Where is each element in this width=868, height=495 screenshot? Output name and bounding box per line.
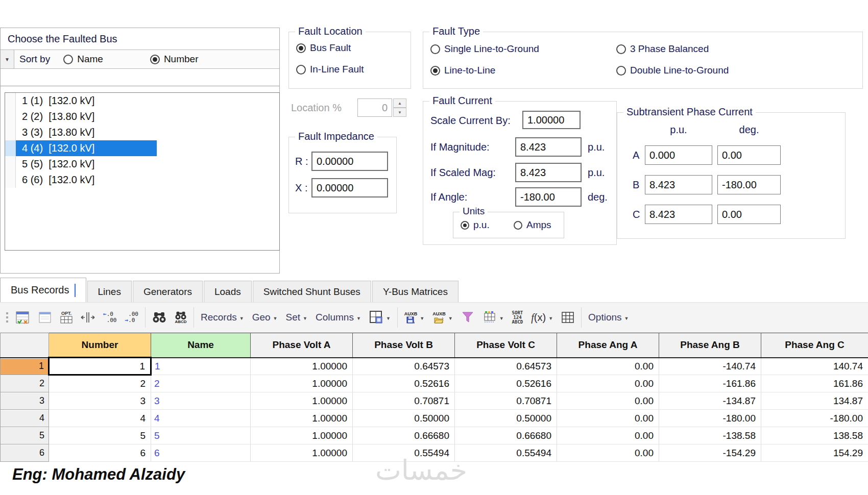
grid-cell[interactable]: 0.64573 [455, 358, 557, 375]
decrease-decimals-button[interactable]: .00 →.0 [121, 306, 143, 329]
sort-dropdown-button[interactable]: ▼ [1, 50, 14, 68]
grid-cell-name[interactable]: 1 [151, 358, 251, 375]
bus-list[interactable]: 1 (1) [132.0 kV] 2 (2) [13.80 kV] 3 (3) … [5, 92, 280, 251]
bus-filter-input[interactable] [1, 69, 279, 86]
grid-cell[interactable]: 1.00000 [251, 358, 353, 375]
if-scaled-mag-input[interactable] [515, 163, 582, 182]
grid-cell-number[interactable]: 3 [49, 392, 151, 410]
tab-lines[interactable]: Lines [87, 281, 132, 302]
bus-list-item[interactable]: 2 (2) [13.80 kV] [5, 109, 279, 125]
grid-cell-name[interactable]: 6 [151, 444, 251, 462]
three-phase-balanced-radio[interactable]: 3 Phase Balanced [616, 43, 709, 55]
columns-menu[interactable]: Columns ▼ [311, 306, 365, 329]
grid-cell[interactable]: 161.86 [761, 375, 868, 392]
grid-cell[interactable]: 0.66680 [353, 427, 455, 444]
grid-cell[interactable]: -134.87 [659, 392, 761, 410]
show-dialog-button[interactable] [34, 306, 56, 329]
row-header[interactable]: 6 [1, 444, 49, 462]
grid-cell[interactable]: 1.00000 [251, 444, 353, 462]
advanced-filter-menu[interactable]: ▼ [478, 306, 508, 329]
grid-cell-name[interactable]: 2 [151, 375, 251, 392]
spinner-up-icon[interactable]: ▲ [393, 98, 406, 108]
grid-cell[interactable]: 1.00000 [251, 427, 353, 444]
save-aux-menu[interactable]: AUXB ▼ [400, 306, 428, 329]
double-line-to-ground-radio[interactable]: Double Line-to-Ground [616, 65, 729, 76]
bus-fault-radio[interactable]: Bus Fault [296, 42, 351, 54]
phase-a-pu-input[interactable] [645, 145, 712, 165]
grid-cell[interactable]: 134.87 [761, 392, 868, 410]
units-pu-radio[interactable]: p.u. [461, 219, 490, 231]
set-menu[interactable]: Set ▼ [282, 306, 311, 329]
grid-cell[interactable]: 154.29 [761, 444, 868, 462]
tab-y-bus-matrices[interactable]: Y-Bus Matrices [372, 281, 459, 302]
phase-c-pu-input[interactable] [645, 205, 712, 224]
grid-header-phase-volt-b[interactable]: Phase Volt B [353, 333, 455, 358]
grid-cell[interactable]: 0.66680 [455, 427, 557, 444]
grid-cell[interactable]: -140.74 [659, 358, 761, 375]
grid-cell[interactable]: -161.86 [659, 375, 761, 392]
bus-list-item[interactable]: 3 (3) [13.80 kV] [5, 125, 279, 140]
grid-cell[interactable]: 0.00 [557, 375, 659, 392]
record-details-button[interactable] [11, 306, 34, 329]
grid-cell-number[interactable]: 5 [49, 427, 151, 444]
units-amps-radio[interactable]: Amps [514, 219, 551, 231]
grid-cell-name[interactable]: 3 [151, 392, 251, 410]
grid-view-button[interactable] [557, 306, 578, 329]
row-header[interactable]: 1 [1, 358, 49, 375]
filter-button[interactable] [457, 306, 478, 329]
location-percent-spinner[interactable]: ▲ ▼ [393, 98, 406, 117]
tab-generators[interactable]: Generators [133, 281, 203, 302]
phase-a-deg-input[interactable] [717, 145, 781, 165]
row-header[interactable]: 2 [1, 375, 49, 392]
bus-list-item[interactable]: 6 (6) [132.0 kV] [5, 172, 279, 188]
sort-button[interactable]: SORT 124 ABCD [508, 306, 527, 329]
grid-header-phase-ang-a[interactable]: Phase Ang A [557, 333, 659, 358]
x-input[interactable] [311, 178, 388, 197]
sort-name-radio[interactable]: Name [63, 54, 103, 65]
grid-cell[interactable]: -154.29 [659, 444, 761, 462]
row-header[interactable]: 4 [1, 410, 49, 427]
grid-cell[interactable]: 1.00000 [251, 392, 353, 410]
grid-cell[interactable]: 0.00 [557, 444, 659, 462]
tab-bus-records[interactable]: Bus Records [0, 278, 86, 302]
grid-cell[interactable]: 0.52616 [353, 375, 455, 392]
grid-cell[interactable]: 0.70871 [455, 392, 557, 410]
grid-cell[interactable]: 1.00000 [251, 410, 353, 427]
grid-cell[interactable]: -138.58 [659, 427, 761, 444]
grid-cell[interactable]: -180.00 [761, 410, 868, 427]
grid-header-number[interactable]: Number [49, 333, 151, 358]
grid-cell[interactable]: 0.00 [557, 392, 659, 410]
fx-menu[interactable]: f(x) ▼ [527, 306, 557, 329]
grid-cell[interactable]: 1.00000 [251, 375, 353, 392]
phase-c-deg-input[interactable] [717, 205, 781, 224]
bus-list-item-selected[interactable]: 4 (4) [132.0 kV] [5, 140, 279, 156]
grid-header-phase-volt-c[interactable]: Phase Volt C [455, 333, 557, 358]
scale-current-input[interactable] [522, 111, 581, 129]
records-menu[interactable]: Records ▼ [197, 306, 248, 329]
grid-cell-name[interactable]: 5 [151, 427, 251, 444]
grid-cell-name[interactable]: 4 [151, 410, 251, 427]
in-line-fault-radio[interactable]: In-Line Fault [296, 64, 364, 75]
sort-number-radio[interactable]: Number [150, 54, 199, 65]
row-header[interactable]: 5 [1, 427, 49, 444]
spinner-down-icon[interactable]: ▼ [393, 108, 406, 117]
find-by-name-button[interactable]: ABCD [171, 306, 191, 329]
grid-header-phase-volt-a[interactable]: Phase Volt A [251, 333, 353, 358]
grid-cell[interactable]: 0.00 [557, 427, 659, 444]
single-line-to-ground-radio[interactable]: Single Line-to-Ground [430, 43, 539, 55]
bus-list-item[interactable]: 1 (1) [132.0 kV] [5, 93, 279, 109]
tab-switched-shunt-buses[interactable]: Switched Shunt Buses [253, 281, 371, 302]
grid-cell[interactable]: -180.00 [659, 410, 761, 427]
copy-paste-menu[interactable]: ▼ [365, 306, 395, 329]
load-aux-menu[interactable]: AUXB ▼ [428, 306, 456, 329]
options-menu[interactable]: Options ▼ [584, 306, 633, 329]
tab-loads[interactable]: Loads [204, 281, 252, 302]
grid-cell-number[interactable]: 2 [49, 375, 151, 392]
grid-cell-number[interactable]: 4 [49, 410, 151, 427]
grid-cell[interactable]: 0.70871 [353, 392, 455, 410]
line-to-line-radio[interactable]: Line-to-Line [430, 65, 495, 76]
grid-header-name[interactable]: Name [151, 333, 251, 358]
find-button[interactable] [148, 306, 171, 329]
grid-cell[interactable]: 140.74 [761, 358, 868, 375]
autosize-columns-button[interactable] [77, 306, 99, 329]
